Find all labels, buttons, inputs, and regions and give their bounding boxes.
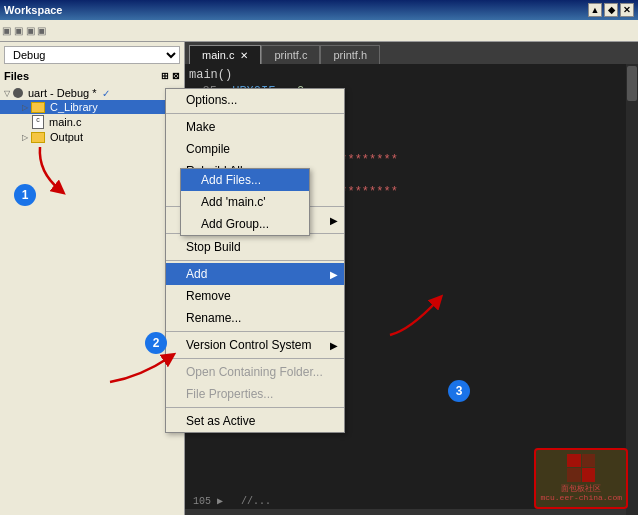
menu-vcs[interactable]: Version Control System — [166, 334, 344, 356]
v-scrollbar[interactable] — [626, 64, 638, 515]
close-btn[interactable]: ✕ — [620, 3, 634, 17]
watermark-label: 面包板社区 — [561, 484, 601, 494]
submenu: Add Files... Add 'main.c' Add Group... — [180, 168, 310, 236]
submenu-add-group[interactable]: Add Group... — [181, 213, 309, 235]
menu-sep-5 — [166, 331, 344, 332]
menu-open-folder[interactable]: Open Containing Folder... — [166, 361, 344, 383]
checkmark-icon: ✓ — [102, 88, 110, 99]
tab-printfh[interactable]: printf.h — [320, 45, 380, 64]
tab-mainc[interactable]: main.c ✕ — [189, 45, 261, 64]
title-bar: Workspace ▲ ◆ ✕ — [0, 0, 638, 20]
toolbar: ▣ ▣ ▣ ▣ — [0, 20, 638, 42]
toolbar-icons: ▣ ▣ ▣ ▣ — [2, 25, 46, 36]
h-scrollbar[interactable] — [185, 509, 626, 515]
function-label: main() — [189, 68, 634, 82]
badge-3: 3 — [448, 380, 470, 402]
tree-item-clibrary[interactable]: ▷ C_Library — [0, 100, 184, 114]
folder-icon — [31, 102, 45, 113]
tree-item-output[interactable]: ▷ Output — [0, 130, 184, 144]
badge-1: 1 — [14, 184, 36, 206]
project-icon — [13, 88, 23, 98]
menu-rename[interactable]: Rename... — [166, 307, 344, 329]
project-root[interactable]: ▽ uart - Debug * ✓ — [0, 86, 184, 100]
badge-2: 2 — [145, 332, 167, 354]
badge-1-number: 1 — [22, 188, 29, 202]
editor-tabs: main.c ✕ printf.c printf.h — [185, 42, 638, 64]
workspace-title: Workspace — [4, 4, 63, 16]
menu-add[interactable]: Add — [166, 263, 344, 285]
left-panel: Debug Files ⊞ ⊠ ▽ uart - Debug * ✓ — [0, 42, 185, 515]
menu-remove[interactable]: Remove — [166, 285, 344, 307]
menu-options[interactable]: Options... — [166, 89, 344, 111]
menu-sep-4 — [166, 260, 344, 261]
expand-icon: ▽ — [4, 89, 10, 98]
tree-item-mainc[interactable]: c main.c — [0, 114, 184, 130]
mainc-label: main.c — [49, 116, 81, 128]
menu-sep-1 — [166, 113, 344, 114]
minimize-btn[interactable]: ▲ — [588, 3, 602, 17]
badge-2-number: 2 — [153, 336, 160, 350]
files-label: Files — [4, 70, 29, 82]
badge-3-number: 3 — [456, 384, 463, 398]
line-indicator: 105 ▶ //... — [193, 495, 271, 507]
submenu-add-mainc[interactable]: Add 'main.c' — [181, 191, 309, 213]
clibrary-label: C_Library — [50, 101, 98, 113]
file-icons: ⊞ ⊠ — [161, 71, 180, 81]
watermark: 面包板社区 mcu.eer-china.com — [534, 448, 628, 509]
file-tree: ▽ uart - Debug * ✓ ▷ C_Library c main.c — [0, 84, 184, 146]
menu-set-active[interactable]: Set as Active — [166, 410, 344, 432]
menu-stop-build[interactable]: Stop Build — [166, 236, 344, 258]
file-icon: c — [32, 115, 44, 129]
watermark-site: mcu.eer-china.com — [540, 493, 622, 503]
menu-make[interactable]: Make — [166, 116, 344, 138]
v-scrollbar-thumb[interactable] — [627, 66, 637, 101]
output-folder-icon — [31, 132, 45, 143]
output-label: Output — [50, 131, 83, 143]
menu-file-props[interactable]: File Properties... — [166, 383, 344, 405]
files-header: Files ⊞ ⊠ — [0, 68, 184, 84]
project-label: uart - Debug * — [28, 87, 96, 99]
watermark-grid — [567, 454, 595, 482]
title-bar-buttons: ▲ ◆ ✕ — [588, 3, 634, 17]
tab-printfc[interactable]: printf.c — [261, 45, 320, 64]
debug-dropdown[interactable]: Debug — [4, 46, 180, 64]
arrow-1-svg — [30, 142, 80, 197]
context-menu: Options... Make Compile Rebuild All Clea… — [165, 88, 345, 433]
tab-close-mainc[interactable]: ✕ — [240, 50, 248, 61]
menu-sep-7 — [166, 407, 344, 408]
menu-sep-6 — [166, 358, 344, 359]
menu-compile[interactable]: Compile — [166, 138, 344, 160]
restore-btn[interactable]: ◆ — [604, 3, 618, 17]
submenu-add-files[interactable]: Add Files... — [181, 169, 309, 191]
